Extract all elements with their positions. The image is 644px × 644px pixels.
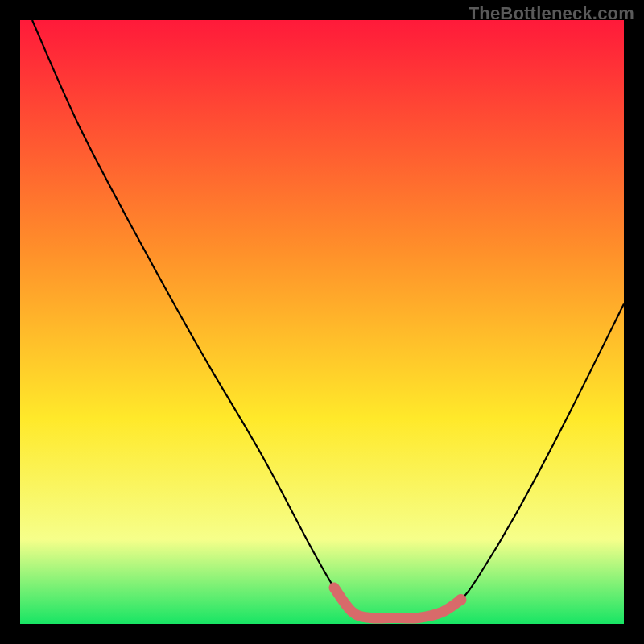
chart-frame: TheBottleneck.com [0, 0, 644, 644]
bottleneck-chart [20, 20, 624, 624]
highlight-dot [456, 594, 467, 605]
plot-area [20, 20, 624, 624]
gradient-background [20, 20, 624, 624]
